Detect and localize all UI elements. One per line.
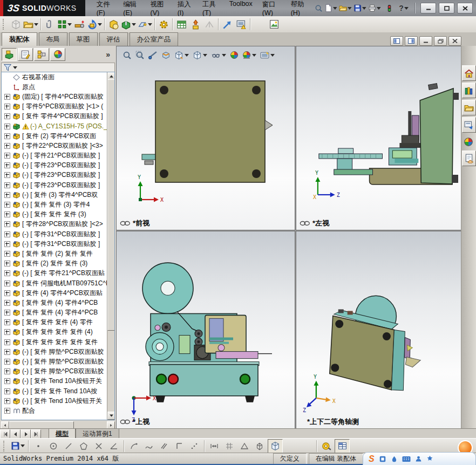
tree-item[interactable]: (-) [ 零件23^PCB双面贴胶 ]	[2, 180, 107, 190]
scroll-down-icon[interactable]	[107, 412, 115, 420]
tree-item[interactable]: [ 复件 (4) 零件4^PCB双面贴	[2, 288, 107, 298]
tree-item[interactable]: [ 零件5^PCB双面贴胶 ]<1> (	[2, 102, 107, 112]
expand-toggle[interactable]	[4, 368, 10, 374]
ime-account-icon[interactable]	[415, 455, 422, 462]
tree-item[interactable]: [ 零件22^PCB双面贴胶 ]<3>	[2, 141, 107, 151]
linear-pattern-button[interactable]	[57, 18, 72, 31]
expand-toggle[interactable]	[4, 153, 10, 159]
tree-item[interactable]: (-) [ 复件 Tend 10A按钮开关	[2, 396, 107, 406]
polygon-icon[interactable]	[77, 440, 91, 453]
hidden-components-button[interactable]	[106, 18, 120, 31]
graphics-area[interactable]: Y X *前视	[116, 46, 461, 429]
save-button[interactable]	[353, 2, 366, 14]
ime-skin-icon[interactable]	[391, 455, 398, 463]
motion-study-button[interactable]	[157, 18, 171, 31]
expand-toggle[interactable]	[4, 251, 10, 257]
display-manager-icon[interactable]	[50, 48, 65, 61]
tree-item[interactable]: (-) [ 零件31^PCB双面贴胶 ]	[2, 229, 107, 239]
tree-vertical-scrollbar[interactable]	[107, 72, 114, 420]
last-tab-icon[interactable]	[31, 429, 41, 439]
expand-toggle[interactable]	[4, 319, 10, 325]
tree-item[interactable]: [ 复件 复件 (4) 零件4^PCB	[2, 298, 107, 307]
property-manager-icon[interactable]	[18, 48, 33, 61]
appearances-icon[interactable]	[462, 134, 475, 149]
exploded-view-button[interactable]	[188, 18, 202, 31]
tree-item[interactable]: (-) [ 复件 Tend 10A按钮开关	[2, 377, 107, 386]
maximize-button[interactable]	[439, 3, 454, 13]
pane-left-icon[interactable]	[390, 36, 403, 46]
print-button[interactable]	[368, 2, 381, 14]
pane-right-icon[interactable]	[405, 36, 418, 46]
expand-toggle[interactable]	[4, 270, 10, 276]
scrollbar-thumb[interactable]	[107, 79, 115, 331]
toolbar-grip[interactable]	[3, 19, 6, 30]
tree-item[interactable]: [ 复件 (2) 复件 复件 (3)	[2, 259, 107, 269]
help-button[interactable]: ?	[397, 2, 410, 14]
measure-icon[interactable]	[319, 440, 334, 453]
command-tab[interactable]: 评估	[99, 32, 128, 46]
trim-icon[interactable]	[92, 440, 106, 453]
new-document-button[interactable]	[324, 2, 337, 14]
view-palette-icon[interactable]	[462, 117, 476, 133]
custom-properties-icon[interactable]	[462, 151, 476, 166]
tree-item[interactable]: (-) [ 复件 脚垫^PCB双面贴胶	[2, 367, 107, 377]
save-button[interactable]	[10, 440, 25, 453]
expand-toggle[interactable]	[4, 241, 10, 247]
expand-toggle[interactable]	[4, 231, 10, 237]
home-icon[interactable]	[462, 65, 476, 81]
expand-toggle[interactable]	[4, 221, 10, 227]
tree-item[interactable]: 右视基准面	[2, 72, 107, 82]
expand-toggle[interactable]	[4, 359, 10, 365]
assembly-features-button[interactable]	[120, 18, 137, 31]
expand-toggle[interactable]	[4, 94, 10, 100]
viewport-left[interactable]: Y Z X *左视	[296, 46, 461, 230]
expand-toggle[interactable]	[4, 408, 10, 414]
minimize-button[interactable]	[420, 3, 436, 13]
bill-of-materials-button[interactable]	[174, 18, 188, 31]
triangle-icon[interactable]	[237, 440, 251, 453]
expand-toggle[interactable]	[4, 378, 10, 384]
tree-item[interactable]: (-) [ 零件23^PCB双面贴胶 ]	[2, 161, 107, 170]
tree-item[interactable]: [ 复件 复件 复件 复件 (4)	[2, 327, 107, 337]
ime-keyboard-icon[interactable]	[402, 456, 411, 462]
prev-tab-icon[interactable]	[10, 429, 21, 439]
view-orientation-icon[interactable]	[174, 51, 189, 60]
stretch-icon[interactable]	[207, 440, 221, 453]
expand-toggle[interactable]	[4, 124, 10, 129]
design-table-icon[interactable]	[335, 439, 350, 453]
tab-model[interactable]: 模型	[49, 429, 76, 439]
panel-expand-chevron[interactable]: »	[106, 50, 114, 59]
viewport-top[interactable]: X Z *上视	[116, 231, 295, 429]
viewport-isometric[interactable]: Y X Z *上下二等角轴测	[296, 231, 461, 429]
parallel-icon[interactable]	[157, 440, 171, 453]
doc-close-button[interactable]	[448, 36, 461, 46]
ime-tools-icon[interactable]	[426, 455, 433, 462]
points-icon[interactable]	[187, 440, 201, 453]
point-icon[interactable]	[31, 440, 45, 453]
corner-icon[interactable]	[172, 440, 186, 453]
toolbar-grip[interactable]	[3, 441, 7, 452]
expand-toggle[interactable]	[4, 143, 10, 149]
expand-toggle[interactable]	[4, 388, 10, 394]
command-tab[interactable]: 草图	[69, 32, 98, 46]
edit-appearance-icon[interactable]	[230, 51, 239, 59]
tree-item[interactable]: (-) [ 复件 脚垫^PCB双面贴胶	[2, 347, 107, 357]
expand-toggle[interactable]	[4, 281, 10, 286]
spline-icon[interactable]	[142, 440, 156, 453]
first-tab-icon[interactable]	[0, 429, 10, 439]
insert-component-button[interactable]	[9, 18, 23, 31]
expand-toggle[interactable]	[4, 349, 10, 355]
expand-toggle[interactable]	[4, 182, 10, 188]
tree-horizontal-scrollbar[interactable]	[1, 421, 115, 429]
expand-toggle[interactable]	[4, 300, 10, 306]
viewport-front[interactable]: Y X *前视	[116, 46, 295, 230]
explode-sketch-button[interactable]	[202, 18, 216, 31]
shaded-cube-icon[interactable]	[268, 439, 283, 453]
tree-item[interactable]: (-) [ 复件 复件 (3) 零件4	[2, 200, 107, 209]
tree-item[interactable]: 配合	[2, 406, 107, 415]
tree-item[interactable]: (-) [ 复件 复件 复件 (3)	[2, 210, 107, 220]
apply-scene-icon[interactable]	[242, 51, 256, 59]
close-button[interactable]	[457, 3, 473, 13]
filter-dropdown-icon[interactable]	[13, 66, 17, 69]
wireframe-cube-icon[interactable]	[253, 440, 267, 453]
